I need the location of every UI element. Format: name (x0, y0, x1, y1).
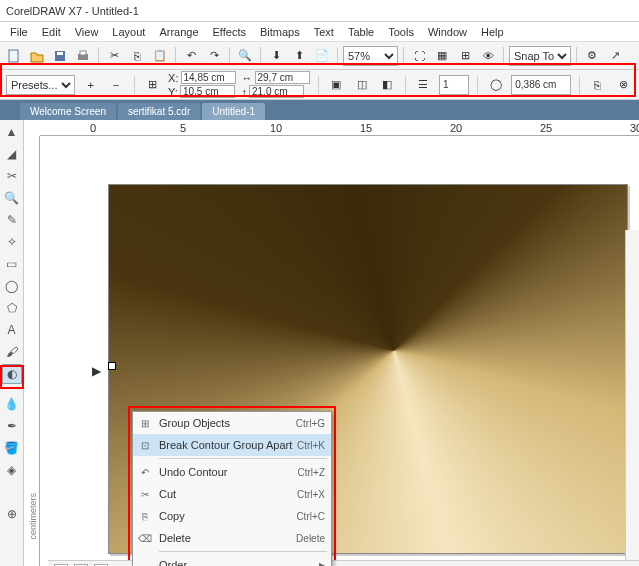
color-palette[interactable] (625, 230, 639, 560)
document-tab[interactable]: Welcome Screen (20, 103, 116, 120)
pick-tool-icon[interactable]: ▲ (2, 122, 22, 142)
text-tool-icon[interactable]: A (2, 320, 22, 340)
x-label: X: (168, 72, 178, 84)
menu-effects[interactable]: Effects (207, 24, 252, 39)
submenu-arrow-icon: ▶ (319, 561, 325, 567)
steps-icon[interactable]: ☰ (414, 75, 433, 95)
ruler-mark: 0 (90, 122, 96, 134)
clear-icon[interactable]: ⊗ (614, 75, 633, 95)
document-tab[interactable]: Untitled-1 (202, 103, 265, 120)
add-preset-icon[interactable]: + (81, 75, 100, 95)
transparency-tool-icon[interactable]: ◈ (2, 460, 22, 480)
menu-edit[interactable]: Edit (36, 24, 67, 39)
context-menu: ⊞Group ObjectsCtrl+G⊡Break Contour Group… (132, 411, 332, 566)
launch-icon[interactable]: ↗ (605, 46, 625, 66)
paint-tool-icon[interactable]: 🖌 (2, 342, 22, 362)
separator (260, 47, 261, 65)
menu-item-label: Copy (159, 510, 185, 522)
outline-input[interactable] (511, 75, 571, 95)
presets-select[interactable]: Presets... (6, 75, 75, 95)
context-menu-item[interactable]: ⊡Break Contour Group ApartCtrl+K (133, 434, 331, 456)
print-icon[interactable] (73, 46, 93, 66)
fill-tool-icon[interactable]: 🪣 (2, 438, 22, 458)
menu-window[interactable]: Window (422, 24, 473, 39)
menu-layout[interactable]: Layout (106, 24, 151, 39)
outside-icon[interactable]: ◧ (377, 75, 396, 95)
menu-help[interactable]: Help (475, 24, 510, 39)
menu-item-shortcut: Ctrl+K (297, 440, 325, 451)
context-menu-item[interactable]: ↶Undo ContourCtrl+Z (133, 461, 331, 483)
canvas[interactable]: ▶ ⊞Group ObjectsCtrl+G⊡Break Contour Gro… (40, 136, 639, 566)
import-icon[interactable]: ⬇ (266, 46, 286, 66)
y-input[interactable] (180, 85, 235, 98)
outline-tool-icon[interactable]: ✒ (2, 416, 22, 436)
menu-item-shortcut: Ctrl+C (296, 511, 325, 522)
menu-item-shortcut: Ctrl+Z (298, 467, 326, 478)
context-menu-item[interactable]: ✂CutCtrl+X (133, 483, 331, 505)
menu-bar: FileEditViewLayoutArrangeEffectsBitmapsT… (0, 22, 639, 42)
shape-tool-icon[interactable]: ◢ (2, 144, 22, 164)
guides-icon[interactable]: 👁 (478, 46, 498, 66)
menu-bitmaps[interactable]: Bitmaps (254, 24, 306, 39)
to-center-icon[interactable]: ▣ (326, 75, 345, 95)
ruler-mark: 25 (540, 122, 552, 134)
y-label: Y: (168, 86, 178, 98)
context-menu-item[interactable]: ⎘CopyCtrl+C (133, 505, 331, 527)
context-menu-item[interactable]: ⊞Group ObjectsCtrl+G (133, 412, 331, 434)
copies-input[interactable] (439, 75, 469, 95)
width-input[interactable] (255, 71, 310, 84)
cut-icon[interactable]: ✂ (104, 46, 124, 66)
polygon-tool-icon[interactable]: ⬠ (2, 298, 22, 318)
separator (576, 47, 577, 65)
snap-select[interactable]: Snap To (509, 46, 571, 66)
inside-icon[interactable]: ◫ (352, 75, 371, 95)
rulers-icon[interactable]: ▦ (432, 46, 452, 66)
zoom-select[interactable]: 57% (343, 46, 398, 66)
menu-view[interactable]: View (69, 24, 105, 39)
add-tool-icon[interactable]: ⊕ (2, 504, 22, 524)
menu-table[interactable]: Table (342, 24, 380, 39)
crop-tool-icon[interactable]: ✂ (2, 166, 22, 186)
freehand-tool-icon[interactable]: ✎ (2, 210, 22, 230)
copy-props-icon[interactable]: ⎘ (588, 75, 607, 95)
menu-text[interactable]: Text (308, 24, 340, 39)
paste-icon[interactable]: 📋 (150, 46, 170, 66)
grid-icon[interactable]: ⊞ (455, 46, 475, 66)
width-icon: ↔ (242, 72, 253, 84)
grid-icon[interactable]: ⊞ (143, 75, 162, 95)
context-menu-item[interactable]: Order▶ (133, 554, 331, 566)
save-icon[interactable] (50, 46, 70, 66)
menu-item-icon: ⊞ (137, 418, 153, 429)
menu-item-icon: ↶ (137, 467, 153, 478)
rectangle-tool-icon[interactable]: ▭ (2, 254, 22, 274)
standard-toolbar: ✂ ⎘ 📋 ↶ ↷ 🔍 ⬇ ⬆ 📄 57% ⛶ ▦ ⊞ 👁 Snap To ⚙ … (0, 42, 639, 70)
options-icon[interactable]: ⚙ (582, 46, 602, 66)
menu-item-label: Group Objects (159, 417, 230, 429)
menu-arrange[interactable]: Arrange (153, 24, 204, 39)
redo-icon[interactable]: ↷ (204, 46, 224, 66)
document-tab[interactable]: sertifikat 5.cdr (118, 103, 200, 120)
search-icon[interactable]: 🔍 (235, 46, 255, 66)
x-input[interactable] (181, 71, 236, 84)
smart-tool-icon[interactable]: ✧ (2, 232, 22, 252)
menu-item-shortcut: Ctrl+X (297, 489, 325, 500)
menu-separator (159, 551, 327, 552)
zoom-tool-icon[interactable]: 🔍 (2, 188, 22, 208)
menu-file[interactable]: File (4, 24, 34, 39)
export-icon[interactable]: ⬆ (289, 46, 309, 66)
context-menu-item[interactable]: ⌫DeleteDelete (133, 527, 331, 549)
remove-preset-icon[interactable]: − (106, 75, 125, 95)
height-input[interactable] (249, 85, 304, 98)
ruler-mark: 10 (270, 122, 282, 134)
new-icon[interactable] (4, 46, 24, 66)
menu-tools[interactable]: Tools (382, 24, 420, 39)
ellipse-tool-icon[interactable]: ◯ (2, 276, 22, 296)
eyedropper-tool-icon[interactable]: 💧 (2, 394, 22, 414)
interactive-tool-icon[interactable]: ◐ (2, 364, 22, 384)
publish-icon[interactable]: 📄 (312, 46, 332, 66)
open-icon[interactable] (27, 46, 47, 66)
fullscreen-icon[interactable]: ⛶ (409, 46, 429, 66)
outline-icon[interactable]: ◯ (486, 75, 505, 95)
copy-icon[interactable]: ⎘ (127, 46, 147, 66)
undo-icon[interactable]: ↶ (181, 46, 201, 66)
